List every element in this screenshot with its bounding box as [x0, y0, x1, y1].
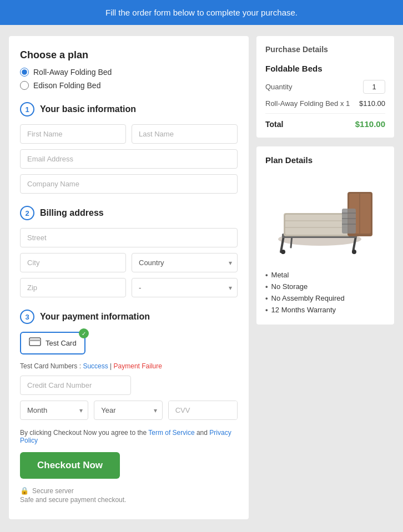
section3-number: 3: [20, 310, 34, 324]
tos-link[interactable]: Term of Service: [148, 429, 194, 437]
month-select[interactable]: Month 01020304 05060708 09101112: [20, 401, 88, 420]
city-field: [20, 253, 126, 272]
cc-number-input[interactable]: [20, 376, 131, 395]
plan-feature-item: 12 Months Warranty: [265, 304, 385, 316]
section3-title: Your payment information: [40, 312, 150, 322]
purchase-details-title: Purchase Details: [265, 45, 385, 56]
secure-server-label: Secure server: [32, 487, 74, 495]
top-banner: Fill the order form below to complete yo…: [0, 0, 403, 25]
zip-input[interactable]: [20, 278, 126, 297]
lock-icon: 🔒: [20, 487, 29, 495]
plan-radio-roll-away[interactable]: [20, 68, 29, 77]
choose-plan-title: Choose a plan: [20, 49, 238, 61]
email-row: [20, 149, 238, 169]
product-title: Foldable Beds: [265, 64, 385, 73]
plan-label-edison: Edison Folding Bed: [33, 81, 100, 90]
street-field: [20, 228, 238, 247]
month-field: Month 01020304 05060708 09101112: [20, 401, 88, 420]
street-row: [20, 228, 238, 247]
section2-title: Billing address: [40, 208, 104, 218]
payment-failure-link[interactable]: Payment Failure: [114, 362, 162, 370]
cvv-field: [168, 401, 238, 420]
line-item-label: Roll-Away Folding Bed x 1: [265, 99, 350, 108]
section1-title: Your basic information: [40, 104, 136, 114]
company-row: [20, 174, 238, 194]
svg-rect-0: [29, 338, 41, 346]
plan-label-roll-away: Roll-Away Folding Bed: [33, 68, 112, 77]
expiry-cvv-row: Month 01020304 05060708 09101112 Year 20…: [20, 401, 238, 420]
plan-features-list: MetalNo StorageNo Assembly Required12 Mo…: [265, 269, 385, 316]
plan-option-edison[interactable]: Edison Folding Bed: [20, 81, 238, 90]
section3-header: 3 Your payment information: [20, 310, 238, 324]
state-select[interactable]: -: [132, 278, 238, 297]
success-link[interactable]: Success: [83, 362, 108, 370]
city-input[interactable]: [20, 253, 126, 272]
company-name-input[interactable]: [20, 174, 238, 194]
last-name-field: [132, 124, 238, 144]
test-card-label: Test Card Numbers :: [20, 362, 81, 370]
terms-middle: and: [197, 429, 209, 437]
section2-header: 2 Billing address: [20, 206, 238, 220]
total-label: Total: [265, 120, 283, 129]
line-item-price: $110.00: [359, 99, 385, 108]
zip-field: [20, 278, 126, 297]
email-field: [20, 149, 238, 169]
section2-number: 2: [20, 206, 34, 220]
plan-feature-item: No Assembly Required: [265, 292, 385, 304]
quantity-label: Quantity: [265, 83, 292, 91]
secure-info: 🔒 Secure server: [20, 487, 238, 495]
card-label: Test Card: [46, 339, 77, 347]
cc-number-field: [20, 376, 131, 395]
last-name-input[interactable]: [132, 124, 238, 144]
svg-rect-16: [342, 209, 356, 234]
safe-text: Safe and secure payment checkout.: [20, 496, 238, 504]
cvv-input[interactable]: [169, 401, 238, 419]
plan-details-card: Plan Details: [256, 146, 394, 325]
plan-radio-edison[interactable]: [20, 81, 29, 90]
first-name-field: [20, 124, 126, 144]
left-panel: Choose a plan Roll-Away Folding Bed Edis…: [9, 36, 249, 519]
year-field: Year 2024202520262027 202820292030: [94, 401, 162, 420]
plan-option-roll-away[interactable]: Roll-Away Folding Bed: [20, 68, 238, 77]
cc-number-row: [20, 376, 238, 395]
bed-image: [265, 173, 385, 261]
state-field: -: [132, 278, 238, 297]
card-option-test[interactable]: Test Card ✓: [20, 332, 85, 354]
first-name-input[interactable]: [20, 124, 126, 144]
purchase-details-card: Purchase Details Foldable Beds Quantity …: [256, 36, 394, 138]
main-content: Choose a plan Roll-Away Folding Bed Edis…: [0, 25, 403, 530]
page-wrapper: Fill the order form below to complete yo…: [0, 0, 403, 532]
banner-text: Fill the order form below to complete yo…: [105, 8, 298, 17]
city-country-row: Country: [20, 253, 238, 272]
test-card-info: Test Card Numbers : Success | Payment Fa…: [20, 362, 238, 370]
total-price: $110.00: [355, 119, 385, 129]
checkout-now-button[interactable]: Checkout Now: [20, 452, 120, 479]
company-name-field: [20, 174, 238, 194]
plan-details-title: Plan Details: [265, 155, 385, 165]
name-row: [20, 124, 238, 144]
svg-rect-1: [29, 340, 41, 341]
total-row: Total $110.00: [265, 119, 385, 129]
svg-point-20: [281, 250, 285, 254]
plan-feature-item: Metal: [265, 269, 385, 281]
choose-plan-section: Choose a plan Roll-Away Folding Bed Edis…: [20, 49, 238, 90]
email-input[interactable]: [20, 149, 238, 169]
zip-state-row: -: [20, 278, 238, 297]
country-field: Country: [132, 253, 238, 272]
card-check-icon: ✓: [79, 328, 89, 338]
terms-prefix: By clicking Checkout Now you agree to th…: [20, 429, 148, 437]
plan-feature-item: No Storage: [265, 281, 385, 292]
section1-header: 1 Your basic information: [20, 102, 238, 116]
card-icon: [29, 337, 41, 349]
year-select[interactable]: Year 2024202520262027 202820292030: [94, 401, 162, 420]
right-panel: Purchase Details Foldable Beds Quantity …: [256, 36, 394, 325]
street-input[interactable]: [20, 228, 238, 247]
section1-number: 1: [20, 102, 34, 116]
country-select[interactable]: Country: [132, 253, 238, 272]
line-item-row: Roll-Away Folding Bed x 1 $110.00: [265, 99, 385, 114]
quantity-row: Quantity: [265, 80, 385, 94]
terms-text: By clicking Checkout Now you agree to th…: [20, 429, 238, 444]
quantity-input[interactable]: [363, 80, 385, 94]
svg-point-21: [352, 250, 356, 254]
